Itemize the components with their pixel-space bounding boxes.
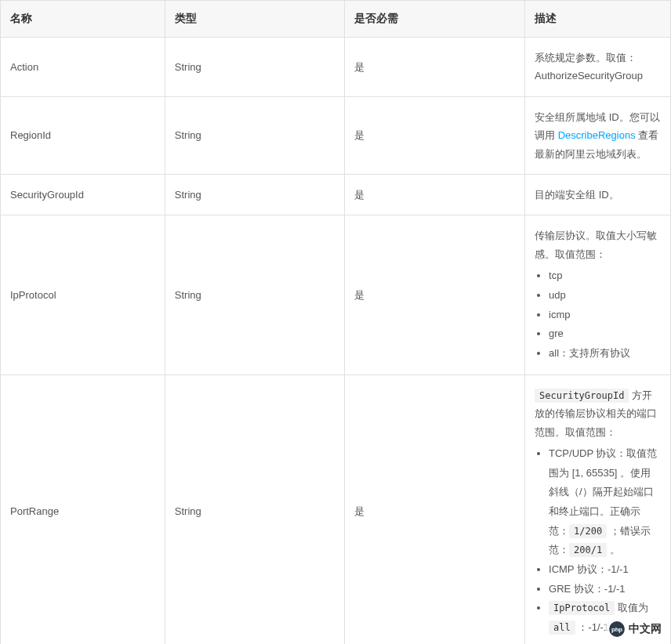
cell-type: String bbox=[165, 174, 345, 215]
desc-list: tcp udp icmp gre all：支持所有协议 bbox=[535, 266, 661, 363]
li-text: 取值为 bbox=[615, 602, 648, 613]
cell-description: 系统规定参数。取值：AuthorizeSecurityGroup bbox=[525, 38, 671, 97]
code-securitygroupid: SecurityGroupId bbox=[535, 389, 629, 403]
cell-description: 传输层协议。取值大小写敏感。取值范围： tcp udp icmp gre all… bbox=[525, 215, 671, 374]
li-text: TCP/UDP 协议：取值范围为 [1, 65535] 。使用斜线（/）隔开起始… bbox=[549, 447, 657, 537]
code-ipprotocol: IpProtocol bbox=[549, 601, 615, 615]
list-item: TCP/UDP 协议：取值范围为 [1, 65535] 。使用斜线（/）隔开起始… bbox=[549, 444, 661, 560]
header-description: 描述 bbox=[525, 1, 671, 38]
cell-required: 是 bbox=[345, 215, 525, 374]
watermark: php 中文网 bbox=[605, 619, 665, 639]
li-text: 。 bbox=[607, 544, 620, 555]
cell-required: 是 bbox=[345, 96, 525, 174]
desc-intro: 传输层协议。取值大小写敏感。取值范围： bbox=[535, 230, 657, 259]
table-header-row: 名称 类型 是否必需 描述 bbox=[1, 1, 671, 38]
cell-description: 安全组所属地域 ID。您可以调用 DescribeRegions 查看最新的阿里… bbox=[525, 96, 671, 174]
cell-required: 是 bbox=[345, 174, 525, 215]
list-item: tcp bbox=[549, 266, 661, 286]
php-logo-icon: php bbox=[608, 620, 626, 638]
parameters-table: 名称 类型 是否必需 描述 Action String 是 系统规定参数。取值：… bbox=[0, 0, 671, 644]
code-200-1: 200/1 bbox=[569, 543, 607, 557]
cell-name: SecurityGroupId bbox=[1, 174, 165, 215]
cell-type: String bbox=[165, 374, 345, 644]
cell-type: String bbox=[165, 96, 345, 174]
cell-type: String bbox=[165, 215, 345, 374]
list-item: icmp bbox=[549, 306, 661, 325]
cell-required: 是 bbox=[345, 38, 525, 97]
list-item: udp bbox=[549, 286, 661, 306]
cell-type: String bbox=[165, 38, 345, 97]
code-all: all bbox=[549, 620, 575, 635]
table-row: Action String 是 系统规定参数。取值：AuthorizeSecur… bbox=[1, 38, 671, 97]
list-item: gre bbox=[549, 324, 661, 344]
header-name: 名称 bbox=[1, 1, 165, 38]
header-required: 是否必需 bbox=[345, 1, 525, 38]
cell-name: Action bbox=[1, 38, 165, 97]
cell-description: 目的端安全组 ID。 bbox=[525, 174, 671, 215]
cell-name: RegionId bbox=[1, 96, 165, 174]
svg-text:php: php bbox=[611, 626, 622, 633]
table-row: PortRange String 是 SecurityGroupId 方开放的传… bbox=[1, 374, 671, 644]
cell-description: SecurityGroupId 方开放的传输层协议相关的端口范围。取值范围： T… bbox=[525, 374, 671, 644]
code-1-200: 1/200 bbox=[569, 524, 607, 538]
desc-list: TCP/UDP 协议：取值范围为 [1, 65535] 。使用斜线（/）隔开起始… bbox=[535, 444, 661, 638]
table-row: RegionId String 是 安全组所属地域 ID。您可以调用 Descr… bbox=[1, 96, 671, 174]
cell-required: 是 bbox=[345, 374, 525, 644]
list-item: ICMP 协议：-1/-1 bbox=[549, 560, 661, 580]
link-describeregions[interactable]: DescribeRegions bbox=[558, 129, 636, 141]
list-item: GRE 协议：-1/-1 bbox=[549, 580, 661, 599]
watermark-text: 中文网 bbox=[629, 622, 662, 636]
cell-name: IpProtocol bbox=[1, 215, 165, 374]
header-type: 类型 bbox=[165, 1, 345, 38]
list-item: all：支持所有协议 bbox=[549, 344, 661, 364]
cell-name: PortRange bbox=[1, 374, 165, 644]
table-row: SecurityGroupId String 是 目的端安全组 ID。 bbox=[1, 174, 671, 215]
li-text: ：-1/-1 bbox=[575, 621, 609, 633]
table-row: IpProtocol String 是 传输层协议。取值大小写敏感。取值范围： … bbox=[1, 215, 671, 374]
